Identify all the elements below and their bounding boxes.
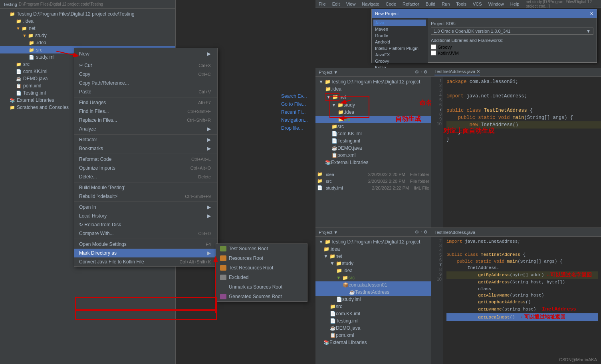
- bt-pom[interactable]: 📋 pom.xml: [315, 332, 431, 339]
- bt-test-inet[interactable]: ☕ TestInetAddress: [315, 289, 431, 296]
- bt-demo-icon: ☕: [330, 325, 336, 331]
- tree-demo-2[interactable]: ☕ DEMO.java: [315, 144, 431, 152]
- bt-ext-libs[interactable]: 📚 External Libraries: [315, 339, 431, 346]
- menu-item-find-files[interactable]: Find in Files... Ctrl+Shift+F: [74, 107, 217, 116]
- submenu-excluded[interactable]: Excluded: [216, 273, 307, 282]
- menu-window[interactable]: Window: [487, 2, 506, 6]
- menu-tools[interactable]: Tools: [454, 2, 468, 6]
- menu-item-replace-files[interactable]: Replace in Files... Ctrl+Shift+R: [74, 116, 217, 125]
- menu-item-cut[interactable]: ✂ Cut Ctrl+X: [74, 61, 217, 70]
- menu-item-copy-path[interactable]: Copy Path/Reference...: [74, 79, 217, 87]
- menu-item-optimize[interactable]: Optimize Imports Ctrl+Alt+O: [74, 164, 217, 172]
- bt-net[interactable]: ▼ 📁 net: [315, 253, 431, 260]
- dialog-javafx[interactable]: JavaFX: [373, 51, 426, 58]
- sdk-selector[interactable]: 1.8 Oracle OpenJDK version 1.8.0_341 ▼: [431, 28, 593, 35]
- tree-study-2[interactable]: ▼ 📁 study: [315, 101, 431, 109]
- bottom-tab-test-inet[interactable]: TestInetAddress.java: [434, 230, 475, 235]
- tab-file[interactable]: TestInetAddress.java ✕: [434, 69, 480, 75]
- bt-testing[interactable]: ▼ 📁 Testing D:\Program Files\Digtial 12 …: [315, 238, 431, 245]
- menu-run[interactable]: Run: [440, 2, 451, 6]
- menu-item-new[interactable]: New ▶: [74, 48, 217, 59]
- tree-com-kk-2[interactable]: 📄 com.KK.iml: [315, 130, 431, 137]
- menu-item-bookmarks[interactable]: Bookmarks ▶: [74, 144, 217, 153]
- menu-item-compare[interactable]: Compare With... Ctrl+D: [74, 229, 217, 238]
- tree-item-idea[interactable]: 📁 .idea: [0, 18, 175, 25]
- menu-item-analyze[interactable]: Analyze ▶: [74, 125, 217, 133]
- menu-item-build-module[interactable]: Build Module 'Testing': [74, 183, 217, 192]
- submenu-resources-root[interactable]: Resources Root: [216, 253, 307, 263]
- menu-refactor[interactable]: Refactor: [401, 2, 421, 6]
- submenu-test-sources[interactable]: Test Sources Root: [216, 244, 307, 253]
- dialog-maven[interactable]: Maven: [373, 26, 426, 32]
- tree-testing-2[interactable]: ▼ 📁 Testing D:\Program Files\Digtial 12 …: [315, 78, 431, 85]
- menu-item-convert-kotlin[interactable]: Convert Java File to Kotlin File Ctrl+Al…: [74, 257, 217, 266]
- menu-item-copy[interactable]: Copy Ctrl+C: [74, 70, 217, 79]
- bt-testing-iml[interactable]: 📄 Testing.iml: [315, 317, 431, 324]
- bc-8: class: [446, 286, 598, 293]
- bt-study[interactable]: ▼ 📁 study: [315, 260, 431, 267]
- submenu-generated-sources[interactable]: Generated Sources Root: [216, 292, 307, 301]
- bt-src2[interactable]: 📁 src: [315, 303, 431, 310]
- menu-help[interactable]: Help: [509, 2, 521, 6]
- tree-testing-iml-2[interactable]: 📄 Testing.iml: [315, 137, 431, 144]
- file-date-src: 2/20/2022 2:20 PM: [368, 179, 405, 184]
- menu-vcs[interactable]: VCS: [471, 2, 484, 6]
- tree-src-3[interactable]: 📁 src: [315, 123, 431, 130]
- menu-item-refactor[interactable]: Refactor ▶: [74, 135, 217, 144]
- tree-item-study[interactable]: ▼ 📁 study: [0, 32, 175, 39]
- tree-idea-2[interactable]: 📁 .idea: [315, 85, 431, 93]
- bl-1: 2: [439, 238, 442, 243]
- tree-item-testing[interactable]: 📁 Testing D:\Program Files\Digtial 12 pr…: [0, 10, 175, 18]
- dialog-java-selected[interactable]: Java: [373, 20, 426, 26]
- bt-idea[interactable]: 📁 .idea: [315, 245, 431, 253]
- bottom-code-text[interactable]: import java.net.InetAddress; public clas…: [443, 237, 601, 364]
- line-7: 7: [439, 107, 442, 112]
- menu-item-open-in[interactable]: Open In ▶: [74, 203, 217, 212]
- close-icon[interactable]: ✕: [590, 11, 593, 16]
- tree-src-2[interactable]: 📁 src: [315, 116, 431, 123]
- bt-idea2[interactable]: 📁 .idea: [315, 267, 431, 274]
- file-row-iml: 📄 study.iml 2/20/2022 2:22 PM IML File: [317, 184, 429, 191]
- menu-file[interactable]: File: [317, 2, 327, 6]
- menu-item-paste[interactable]: Paste Ctrl+V: [74, 87, 217, 96]
- shortcut-paste: Ctrl+V: [198, 89, 211, 94]
- dialog-gradle[interactable]: Gradle: [373, 32, 426, 39]
- menu-item-local-history[interactable]: Local History ▶: [74, 212, 217, 220]
- tree-item-net[interactable]: ▼ 📁 net: [0, 25, 175, 32]
- tree-idea-3[interactable]: 📁 .idea: [315, 109, 431, 116]
- menu-item-reload[interactable]: ↻ Reload from Disk: [74, 220, 217, 229]
- tree-pom-2[interactable]: 📋 pom.xml: [315, 152, 431, 159]
- shortcut-find-usages: Alt+F7: [198, 100, 211, 105]
- line-9: 9: [439, 117, 442, 121]
- bt-com-kk[interactable]: 📄 com.KK.iml: [315, 310, 431, 317]
- dialog-groovy[interactable]: Groovy: [373, 58, 426, 64]
- menu-edit[interactable]: Edit: [331, 2, 341, 6]
- bt-src[interactable]: ▼ 📁 src: [315, 274, 431, 281]
- tree-item-idea2[interactable]: 📁 .idea: [0, 39, 175, 46]
- submenu-test-resources[interactable]: Test Resources Root: [216, 263, 307, 273]
- menu-view[interactable]: View: [345, 2, 357, 6]
- dialog-android[interactable]: Android: [373, 39, 426, 45]
- submenu-unmark[interactable]: Unmark as Sources Root: [216, 282, 307, 292]
- kotlin-checkbox[interactable]: [431, 50, 436, 55]
- idea-label: .idea: [331, 86, 341, 92]
- dialog-intellij-plugin[interactable]: IntelliJ Platform Plugin: [373, 45, 426, 51]
- menu-item-find-usages[interactable]: Find Usages Alt+F7: [74, 98, 217, 107]
- bt-study-iml[interactable]: 📄 study.iml: [315, 296, 431, 303]
- arrow-refactor: ▶: [207, 137, 211, 142]
- menu-item-mark-dir[interactable]: Mark Directory as ▶: [74, 249, 217, 257]
- groovy-checkbox[interactable]: [431, 44, 436, 49]
- menu-item-open-module[interactable]: Open Module Settings F4: [74, 240, 217, 249]
- menu-item-reformat[interactable]: Reformat Code Ctrl+Alt+L: [74, 155, 217, 164]
- menu-code[interactable]: Code: [384, 2, 398, 6]
- tree-ext-libs-2[interactable]: 📚 External Libraries: [315, 159, 431, 166]
- menu-item-rebuild[interactable]: Rebuild '<default>' Ctrl+Shift+F9: [74, 192, 217, 201]
- menu-navigate[interactable]: Navigate: [360, 2, 381, 6]
- bt-com-aka[interactable]: 📦 com.aka.lesson01: [315, 281, 431, 289]
- bt-demo[interactable]: ☕ DEMO.java: [315, 324, 431, 332]
- menu-item-delete[interactable]: Delete... Delete: [74, 172, 217, 181]
- menu-build[interactable]: Build: [424, 2, 437, 6]
- tree-net-2[interactable]: ▼ 📁 net: [315, 93, 431, 101]
- sdk-chevron: ▼: [586, 29, 591, 34]
- code-content[interactable]: package com.aka.lesson01; import java.ne…: [443, 78, 601, 150]
